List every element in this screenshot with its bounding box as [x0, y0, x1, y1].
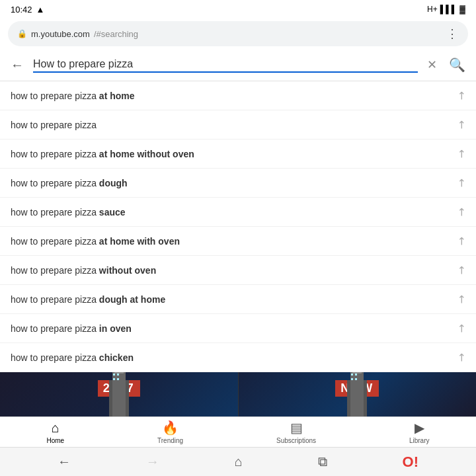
search-input[interactable]	[33, 57, 418, 73]
suggestion-text-9: how to prepare pizza chicken	[11, 352, 457, 363]
suggestion-item-8[interactable]: how to prepare pizza in oven ↗	[0, 314, 476, 343]
domain-text: m.youtube.com	[31, 29, 90, 39]
browser-brand-button[interactable]: O!	[399, 450, 422, 475]
svg-rect-10	[347, 380, 350, 416]
suggestions-list: how to prepare pizza at home ↗ how to pr…	[0, 81, 476, 372]
video-thumb-left[interactable]: 2017	[0, 372, 238, 416]
svg-rect-3	[126, 380, 129, 416]
subscriptions-icon: ▤	[290, 420, 303, 436]
nav-trending[interactable]: 🔥 Trending	[149, 417, 191, 447]
svg-rect-6	[113, 378, 115, 380]
suggestion-text-3: how to prepare pizza dough	[11, 178, 457, 188]
video-thumb-right[interactable]: NOW	[239, 372, 477, 416]
more-options-icon[interactable]: ⋮	[446, 26, 459, 41]
svg-rect-12	[351, 374, 353, 376]
page-wrapper: 10:42 ▲ H+ ▌▌▌ ▓ 🔒 m.youtube.com /#searc…	[0, 0, 476, 476]
svg-rect-14	[351, 378, 353, 380]
address-bar[interactable]: 🔒 m.youtube.com /#searching ⋮	[8, 21, 468, 46]
svg-rect-7	[117, 378, 119, 380]
svg-rect-1	[114, 372, 124, 374]
svg-rect-9	[352, 372, 362, 374]
svg-rect-2	[109, 380, 112, 416]
search-icon[interactable]: 🔍	[446, 54, 468, 75]
status-bar-left: 10:42 ▲	[11, 5, 44, 15]
nav-home[interactable]: ⌂ Home	[38, 418, 72, 447]
suggestion-item-1[interactable]: how to prepare pizza ↗	[0, 110, 476, 139]
suggestion-item-5[interactable]: how to prepare pizza at home with oven ↗	[0, 227, 476, 256]
video-strip: 2017 NOW	[0, 372, 476, 416]
svg-rect-5	[117, 374, 119, 376]
signal-icon: ▌▌▌	[440, 5, 457, 14]
suggestion-text-4: how to prepare pizza sauce	[11, 207, 457, 218]
suggestion-item-2[interactable]: how to prepare pizza at home without ove…	[0, 139, 476, 169]
suggestion-item-3[interactable]: how to prepare pizza dough ↗	[0, 169, 476, 198]
suggestion-item-7[interactable]: how to prepare pizza dough at home ↗	[0, 285, 476, 314]
suggestion-text-7: how to prepare pizza dough at home	[11, 294, 457, 305]
back-button[interactable]: ←	[8, 55, 26, 75]
trending-icon: 🔥	[162, 420, 178, 436]
svg-rect-13	[355, 374, 357, 376]
trending-label: Trending	[157, 437, 183, 444]
address-bar-container: 🔒 m.youtube.com /#searching ⋮	[0, 19, 476, 50]
svg-rect-15	[355, 378, 357, 380]
svg-rect-4	[113, 374, 115, 376]
search-box-container: ← ✕ 🔍	[0, 50, 476, 81]
clock: 10:42	[11, 5, 32, 15]
status-bar-right: H+ ▌▌▌ ▓	[427, 5, 465, 14]
suggestion-item-0[interactable]: how to prepare pizza at home ↗	[0, 81, 476, 110]
library-label: Library	[409, 437, 430, 444]
path-text: /#searching	[94, 29, 138, 39]
suggestion-text-8: how to prepare pizza in oven	[11, 323, 457, 334]
subscriptions-label: Subscriptions	[276, 437, 316, 444]
nav-library[interactable]: ▶ Library	[401, 417, 438, 447]
suggestion-item-6[interactable]: how to prepare pizza without oven ↗	[0, 256, 476, 285]
home-icon: ⌂	[52, 420, 60, 436]
suggestion-text-0: how to prepare pizza at home	[11, 91, 457, 101]
warning-icon: ▲	[36, 5, 45, 15]
address-bar-url: 🔒 m.youtube.com /#searching	[17, 29, 138, 39]
nav-subscriptions[interactable]: ▤ Subscriptions	[268, 417, 324, 447]
svg-rect-11	[364, 380, 367, 416]
youtube-bottom-nav: ⌂ Home 🔥 Trending ▤ Subscriptions ▶ Libr…	[0, 416, 476, 447]
library-icon: ▶	[415, 420, 424, 436]
main-content: how to prepare pizza at home ↗ how to pr…	[0, 81, 476, 447]
suggestion-text-6: how to prepare pizza without oven	[11, 265, 457, 276]
browser-back-button[interactable]: ←	[54, 450, 75, 473]
hd-icon: H+	[427, 5, 438, 14]
lock-icon: 🔒	[17, 29, 27, 38]
browser-forward-button[interactable]: →	[142, 450, 163, 473]
browser-tabs-button[interactable]: ⧉	[314, 450, 331, 473]
suggestion-text-2: how to prepare pizza at home without ove…	[11, 149, 457, 159]
browser-bottom-bar: ← → ⌂ ⧉ O!	[0, 447, 476, 476]
status-bar: 10:42 ▲ H+ ▌▌▌ ▓	[0, 0, 476, 19]
suggestion-text-1: how to prepare pizza	[11, 120, 457, 130]
home-label: Home	[46, 437, 64, 444]
suggestion-item-9[interactable]: how to prepare pizza chicken ↗	[0, 343, 476, 372]
browser-home-button[interactable]: ⌂	[231, 450, 247, 473]
suggestion-item-4[interactable]: how to prepare pizza sauce ↗	[0, 198, 476, 227]
search-input-wrapper	[33, 57, 418, 73]
battery-icon: ▓	[459, 5, 465, 14]
clear-button[interactable]: ✕	[424, 55, 440, 75]
suggestion-text-5: how to prepare pizza at home with oven	[11, 236, 457, 247]
